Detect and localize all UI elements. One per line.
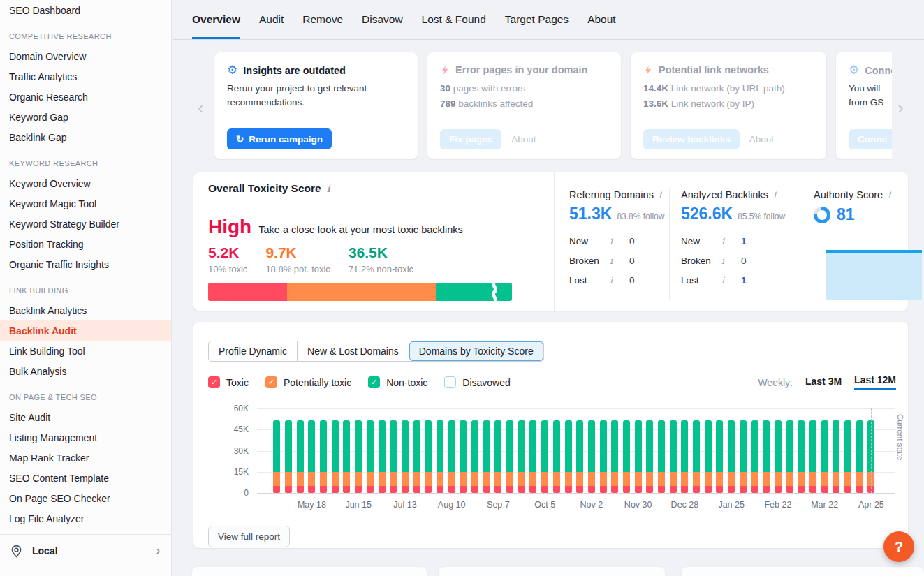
bar-segment-potentially-toxic (308, 472, 315, 486)
tab-overview[interactable]: Overview (192, 0, 240, 39)
sidebar-item-keyword-magic-tool[interactable]: Keyword Magic Tool (0, 193, 171, 214)
sidebar-item-site-audit[interactable]: Site Audit (0, 407, 171, 427)
metric-row-broken: Brokeni0 (569, 251, 664, 270)
sidebar-item-organic-research[interactable]: Organic Research (0, 87, 171, 107)
tab-lost-found[interactable]: Lost & Found (422, 0, 486, 39)
bar-slot (656, 408, 668, 493)
bar-segment-potentially-toxic (786, 472, 793, 486)
view-tab-profile-dynamic[interactable]: Profile Dynamic (209, 341, 298, 361)
sidebar-item-listing-management[interactable]: Listing Management (0, 427, 171, 448)
conne-button[interactable]: Conne (849, 129, 892, 149)
info-icon[interactable]: i (773, 190, 776, 200)
stacked-bar (611, 420, 618, 493)
bar-segment-non-toxic (728, 420, 735, 472)
about-link[interactable]: About (749, 134, 774, 145)
carousel-prev-icon[interactable]: ‹ (198, 98, 204, 117)
sidebar-item-position-tracking[interactable]: Position Tracking (0, 234, 171, 254)
tab-audit[interactable]: Audit (259, 0, 284, 39)
view-full-report-button[interactable]: View full report (208, 526, 290, 547)
sidebar-item-map-rank-tracker[interactable]: Map Rank Tracker (0, 448, 171, 468)
sidebar-item-log-file-analyzer[interactable]: Log File Analyzer (0, 508, 171, 529)
bar-segment-non-toxic (775, 420, 782, 472)
sidebar-item-seo-dashboard[interactable]: SEO Dashboard (0, 0, 171, 20)
fix-pages-button[interactable]: Fix pages (440, 129, 501, 149)
bar-segment-potentially-toxic (285, 472, 292, 486)
sidebar-footer-local[interactable]: Local › (0, 534, 171, 567)
info-icon[interactable]: i (659, 190, 661, 200)
filter-checkbox-toxic[interactable]: ✓Toxic (208, 376, 249, 388)
sidebar-item-bulk-analysis[interactable]: Bulk Analysis (0, 361, 171, 381)
bar-segment-toxic (413, 486, 420, 494)
filter-checkbox-potentially-toxic[interactable]: ✓Potentially toxic (265, 376, 351, 388)
bar-slot (469, 408, 481, 493)
filter-checkbox-non-toxic[interactable]: ✓Non-toxic (368, 376, 427, 388)
info-icon[interactable]: i (721, 275, 741, 286)
tab-target-pages[interactable]: Target Pages (505, 0, 569, 39)
info-icon[interactable]: i (721, 256, 741, 266)
metric-value-row: 51.3K83.8% follow (569, 205, 664, 223)
bar-segment-non-toxic (483, 420, 490, 472)
bar-segment-non-toxic (611, 420, 618, 472)
sidebar-sections: COMPETITIVE RESEARCHDomain OverviewTraff… (0, 26, 171, 529)
info-icon[interactable]: i (721, 236, 741, 246)
refresh-icon: ↻ (236, 133, 244, 145)
divider (193, 202, 554, 202)
metric-value: 51.3K (569, 205, 612, 223)
info-icon[interactable]: i (327, 184, 330, 194)
bar-segment-toxic (390, 486, 397, 494)
sidebar-section-competitive-research: COMPETITIVE RESEARCH (0, 26, 171, 46)
bar-slot (318, 408, 330, 493)
tab-disavow[interactable]: Disavow (362, 0, 403, 39)
help-button[interactable]: ? (883, 531, 914, 562)
info-icon[interactable]: i (610, 236, 629, 246)
about-link[interactable]: About (511, 134, 536, 145)
sidebar-item-organic-traffic-insights[interactable]: Organic Traffic Insights (0, 254, 171, 274)
insight-cards-carousel: ‹ ⚙Insights are outdatedRerun your proje… (173, 51, 924, 161)
toxicity-note: Take a close look at your most toxic bac… (258, 224, 463, 235)
metric-value: 526.6K (681, 205, 733, 223)
metric-row-label: New (681, 236, 721, 246)
period-option-last-12m[interactable]: Last 12M (854, 374, 896, 390)
metric-title-text: Analyzed Backlinks (681, 189, 768, 200)
y-axis-tick-label: 60K (221, 404, 249, 413)
bar-slot: May 18 (306, 408, 318, 493)
stacked-bar (518, 420, 525, 493)
view-tab-domains-by-toxicity-score[interactable]: Domains by Toxicity Score (409, 341, 543, 361)
carousel-next-icon[interactable]: › (897, 98, 904, 117)
sidebar-item-domain-overview[interactable]: Domain Overview (0, 46, 171, 66)
bar-segment-non-toxic (285, 420, 292, 472)
bar-segment-non-toxic (658, 420, 665, 472)
tab-remove[interactable]: Remove (302, 0, 343, 39)
sidebar-item-backlink-analytics[interactable]: Backlink Analytics (0, 300, 171, 320)
info-icon[interactable]: i (888, 190, 890, 200)
sidebar-item-keyword-gap[interactable]: Keyword Gap (0, 107, 171, 127)
sidebar-item-link-building-tool[interactable]: Link Building Tool (0, 341, 171, 361)
rerun-campaign-button[interactable]: ↻Rerun campaign (227, 128, 332, 149)
metric-row-value: 0 (629, 275, 635, 286)
sidebar-item-keyword-overview[interactable]: Keyword Overview (0, 173, 171, 193)
metric-row-label: Lost (681, 275, 721, 286)
sidebar-item-on-page-seo-checker[interactable]: On Page SEO Checker (0, 488, 171, 508)
info-icon[interactable]: i (610, 275, 629, 286)
filter-checkbox-disavowed[interactable]: Disavowed (444, 376, 510, 388)
bar-segment-non-toxic (273, 420, 280, 472)
sidebar-item-seo-content-template[interactable]: SEO Content Template (0, 468, 171, 488)
bar-slot: Nov 2 (586, 408, 598, 493)
bar-segment-potentially-toxic (460, 472, 467, 486)
stacked-bar (681, 420, 688, 493)
bar-segment-potentially-toxic (763, 472, 770, 486)
sidebar-item-traffic-analytics[interactable]: Traffic Analytics (0, 66, 171, 87)
toxicity-bar-segment-0 (208, 283, 287, 301)
sidebar-item-backlink-gap[interactable]: Backlink Gap (0, 127, 171, 147)
period-option-last-3m[interactable]: Last 3M (805, 376, 842, 390)
view-tab-new-lost-domains[interactable]: New & Lost Domains (298, 341, 409, 361)
stacked-bar (716, 420, 723, 493)
bar-segment-potentially-toxic (740, 472, 747, 486)
info-icon[interactable]: i (610, 256, 629, 266)
stacked-bar (844, 420, 851, 493)
tab-about[interactable]: About (587, 0, 616, 39)
review-backlinks-button[interactable]: Review backlinks (643, 129, 740, 149)
sidebar-item-keyword-strategy-builder[interactable]: Keyword Strategy Builder (0, 214, 171, 234)
sidebar-item-backlink-audit[interactable]: Backlink Audit (0, 320, 171, 341)
bar-segment-toxic (285, 486, 292, 494)
